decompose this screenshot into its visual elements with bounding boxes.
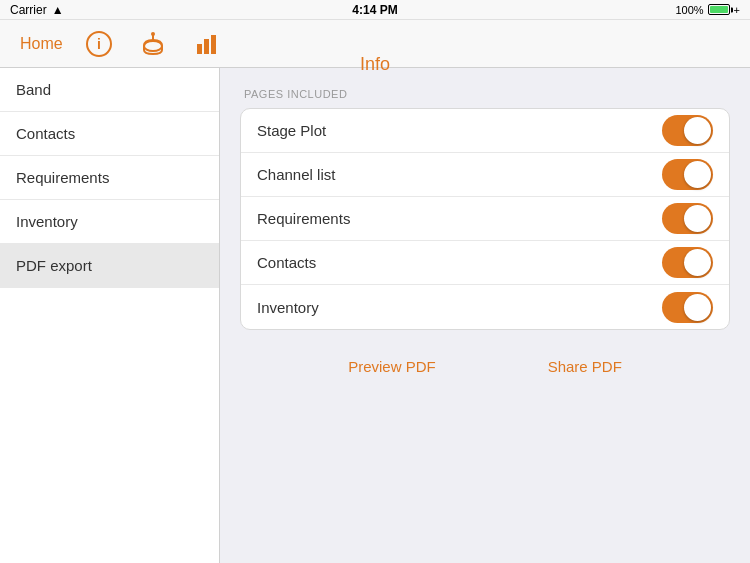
toggle-row-inventory: Inventory [241, 285, 729, 329]
svg-point-4 [151, 32, 155, 36]
toggle-thumb-channel-list [684, 161, 711, 188]
toggle-row-stage-plot: Stage Plot [241, 109, 729, 153]
toggle-label-channel-list: Channel list [257, 166, 335, 183]
toggle-row-channel-list: Channel list [241, 153, 729, 197]
svg-rect-7 [211, 35, 216, 54]
sidebar-item-pdf-export[interactable]: PDF export [0, 244, 219, 288]
nav-bar: Home i [0, 20, 750, 68]
main-layout: Band Contacts Requirements Inventory PDF… [0, 68, 750, 563]
pages-included-card: Stage Plot Channel list Requirements [240, 108, 730, 330]
sidebar: Band Contacts Requirements Inventory PDF… [0, 68, 220, 563]
status-right: 100% + [675, 4, 740, 16]
toggle-label-contacts: Contacts [257, 254, 316, 271]
band-nav-icon[interactable] [135, 26, 171, 62]
svg-point-2 [144, 41, 162, 51]
share-pdf-button[interactable]: Share PDF [532, 350, 638, 383]
charging-icon: + [734, 4, 740, 16]
chart-nav-icon[interactable] [189, 26, 225, 62]
toggle-label-stage-plot: Stage Plot [257, 122, 326, 139]
content-area: PAGES INCLUDED Stage Plot Channel list R… [220, 68, 750, 563]
toggle-label-inventory: Inventory [257, 299, 319, 316]
status-time: 4:14 PM [352, 3, 397, 17]
section-label: PAGES INCLUDED [240, 88, 730, 100]
pdf-actions: Preview PDF Share PDF [240, 350, 730, 383]
toggle-stage-plot[interactable] [662, 115, 713, 146]
carrier-label: Carrier [10, 3, 47, 17]
toggle-label-requirements: Requirements [257, 210, 350, 227]
sidebar-item-contacts[interactable]: Contacts [0, 112, 219, 156]
svg-text:i: i [97, 36, 101, 52]
home-button[interactable]: Home [20, 35, 63, 53]
nav-icons: i [81, 26, 225, 62]
toggle-thumb-stage-plot [684, 117, 711, 144]
toggle-row-requirements: Requirements [241, 197, 729, 241]
nav-left: Home i [20, 26, 225, 62]
sidebar-item-inventory[interactable]: Inventory [0, 200, 219, 244]
toggle-channel-list[interactable] [662, 159, 713, 190]
preview-pdf-button[interactable]: Preview PDF [332, 350, 452, 383]
toggle-row-contacts: Contacts [241, 241, 729, 285]
toggle-contacts[interactable] [662, 247, 713, 278]
wifi-icon: ▲ [52, 3, 64, 17]
toggle-thumb-contacts [684, 249, 711, 276]
toggle-thumb-inventory [684, 294, 711, 321]
svg-rect-5 [197, 44, 202, 54]
info-nav-icon[interactable]: i [81, 26, 117, 62]
battery-icon [708, 4, 730, 15]
toggle-inventory[interactable] [662, 292, 713, 323]
sidebar-item-band[interactable]: Band [0, 68, 219, 112]
sidebar-item-requirements[interactable]: Requirements [0, 156, 219, 200]
status-left: Carrier ▲ [10, 3, 64, 17]
nav-title: Info [360, 40, 390, 88]
toggle-requirements[interactable] [662, 203, 713, 234]
status-bar: Carrier ▲ 4:14 PM 100% + [0, 0, 750, 20]
svg-rect-6 [204, 39, 209, 54]
toggle-thumb-requirements [684, 205, 711, 232]
battery-percent: 100% [675, 4, 703, 16]
